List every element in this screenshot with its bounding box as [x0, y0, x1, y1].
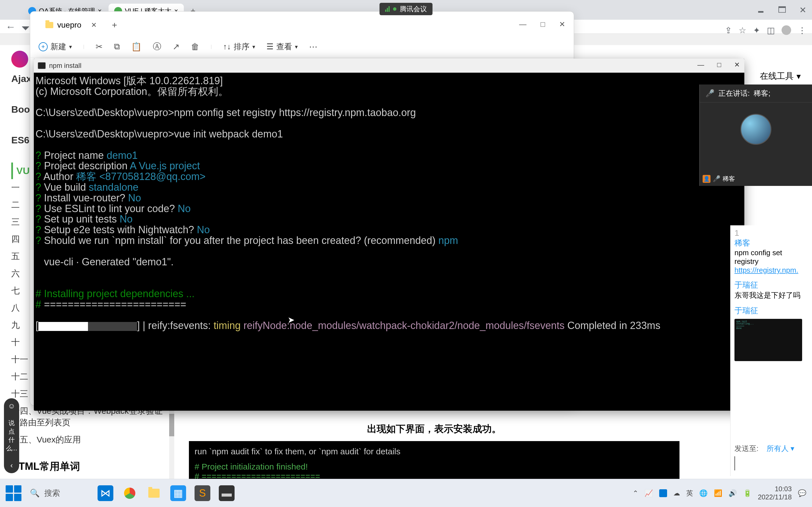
terminal-line: ? Use ESLint to lint your code? No — [36, 203, 743, 214]
terminal-line: ? Set up unit tests No — [36, 214, 743, 224]
battery-icon[interactable]: 🔋 — [743, 489, 752, 497]
terminal-window: npm install — □ ✕ Microsoft Windows [版本 … — [34, 59, 744, 411]
tencent-meeting-label: 腾讯会议 — [400, 4, 427, 13]
close-icon[interactable]: ✕ — [91, 21, 97, 29]
notifications-icon[interactable]: 💬 — [798, 489, 806, 497]
terminal-line: C:\Users\zed\Desktop\vuepro>npm config s… — [36, 107, 743, 118]
chat-link[interactable]: https://registry.npm. — [734, 266, 798, 274]
send-target: 所有人 — [767, 444, 789, 453]
paste-icon[interactable]: 📋 — [131, 42, 142, 52]
trend-icon[interactable]: 📈 — [645, 489, 653, 497]
new-tab-icon[interactable]: + — [112, 20, 117, 31]
volume-icon[interactable]: 🔊 — [728, 489, 737, 497]
mic-icon: 🎤 — [705, 89, 714, 98]
wifi-icon[interactable]: 📶 — [714, 489, 722, 497]
copy-icon[interactable]: ⧉ — [114, 42, 120, 52]
close-icon[interactable]: ✕ — [734, 61, 740, 69]
minimize-icon[interactable]: — — [519, 20, 526, 29]
view-button[interactable]: ☰ 查看 ▾ — [266, 41, 298, 52]
danmaku-widget[interactable]: ☺ 说点什么... ‹ — [4, 398, 19, 473]
chrome-icon[interactable] — [122, 485, 138, 501]
extensions-icon[interactable]: ✦ — [753, 25, 760, 35]
maximize-icon[interactable]: □ — [717, 61, 721, 69]
close-icon[interactable]: ✕ — [799, 5, 806, 15]
terminal-line — [36, 139, 743, 150]
onedrive-icon[interactable]: ☁ — [673, 489, 680, 497]
tab-dropdown-icon[interactable]: 🞃 — [21, 21, 31, 33]
terminal-line: # ======================== — [36, 299, 743, 310]
explorer-icon[interactable] — [146, 485, 162, 501]
sidepanel-icon[interactable]: ◫ — [767, 25, 775, 35]
sidebar-section-html[interactable]: HTML常用单词 — [11, 460, 163, 473]
plus-icon: + — [39, 42, 48, 51]
windows-taskbar: 🔍 搜索 ⋈ ▦ S ▬ ⌃ 📈 ☁ 英 🌐 📶 🔊 🔋 10:03 2022/… — [0, 479, 812, 507]
send-target-dropdown[interactable]: 所有人 ▾ — [767, 444, 794, 453]
widget-input[interactable]: 说点什么... — [6, 419, 17, 453]
terminal-line: ? Author 稀客 <877058128@qq.com> — [36, 171, 743, 182]
chat-panel: 1 稀客 npm config set registry https://reg… — [730, 225, 812, 476]
clock-time: 10:03 — [758, 485, 792, 493]
meeting-header: 🎤 正在讲话: 稀客; — [700, 84, 812, 103]
terminal-line: ? Vue build standalone — [36, 182, 743, 193]
chat-image-thumbnail[interactable]: npm initinstalling...======done — [734, 319, 802, 361]
terminal-body[interactable]: Microsoft Windows [版本 10.0.22621.819](c)… — [34, 73, 744, 411]
terminal-line: ? Setup e2e tests with Nightwatch? No — [36, 224, 743, 235]
minimize-icon[interactable]: 🗕 — [756, 5, 765, 15]
view-icon: ☰ — [266, 42, 273, 51]
tray-overflow-icon[interactable]: ⌃ — [633, 489, 638, 497]
more-icon[interactable]: ⋯ — [309, 42, 317, 52]
minimize-icon[interactable]: — — [698, 61, 704, 69]
back-icon[interactable]: ← — [6, 21, 16, 33]
bookmark-icon[interactable]: ☆ — [739, 25, 746, 35]
terminal-line — [36, 97, 743, 108]
emoji-icon[interactable]: ☺ — [8, 402, 15, 410]
cmd-icon — [38, 62, 46, 69]
explorer-titlebar[interactable]: vuepro ✕ + — □ ✕ — [30, 11, 574, 36]
terminal-icon[interactable]: ▬ — [219, 485, 235, 501]
search-label: 搜索 — [44, 488, 60, 499]
terminal-line: (c) Microsoft Corporation。保留所有权利。 — [36, 86, 743, 97]
delete-icon[interactable]: 🗑 — [191, 42, 199, 52]
online-tools-dropdown[interactable]: 在线工具 ▾ — [760, 70, 801, 82]
language-indicator[interactable]: 英 — [686, 489, 693, 498]
mic-icon: 🎤 — [713, 175, 720, 182]
taskbar-search[interactable]: 🔍 搜索 — [30, 488, 86, 499]
folder-icon — [45, 22, 53, 28]
sublime-icon[interactable]: S — [195, 485, 210, 501]
terminal-titlebar[interactable]: npm install — □ ✕ — [34, 59, 744, 73]
cut-icon[interactable]: ✂ — [96, 42, 103, 52]
maximize-icon[interactable]: □ — [541, 20, 545, 29]
share-icon[interactable]: ↗ — [172, 42, 180, 52]
user-badge-icon: 👤 — [703, 175, 711, 183]
chat-input[interactable] — [734, 456, 808, 470]
app-tray-icon[interactable] — [659, 489, 667, 497]
meeting-panel[interactable]: 🎤 正在讲话: 稀客; 👤 🎤 稀客 — [699, 84, 812, 186]
close-icon[interactable]: ✕ — [559, 20, 565, 29]
sort-button[interactable]: ↑↓ 排序 ▾ — [223, 41, 255, 52]
explorer-tab[interactable]: vuepro ✕ — [39, 17, 103, 33]
taskbar-apps: ⋈ ▦ S ▬ — [98, 485, 235, 501]
scroll-thumb[interactable] — [169, 414, 174, 436]
taskbar-clock[interactable]: 10:03 2022/11/18 — [758, 485, 792, 501]
clock-date: 2022/11/18 — [758, 493, 792, 501]
explorer-tab-title: vuepro — [57, 20, 82, 30]
chevron-down-icon: ▾ — [295, 43, 298, 50]
start-button[interactable] — [6, 485, 21, 501]
meeting-participant: 👤 🎤 稀客 — [703, 175, 735, 183]
terminal-line — [36, 278, 743, 288]
terminal-line — [36, 246, 743, 257]
vscode-icon[interactable]: ⋈ — [98, 485, 113, 501]
maximize-icon[interactable]: 🗖 — [778, 5, 786, 15]
input-method-icon[interactable]: 🌐 — [699, 489, 708, 497]
sidebar-item-15[interactable]: 十五、Vuex的应用 — [11, 431, 163, 448]
rename-icon[interactable]: Ⓐ — [153, 41, 161, 52]
signal-icon — [385, 6, 390, 12]
profile-icon[interactable] — [781, 25, 791, 35]
tencent-meeting-indicator[interactable]: 腾讯会议 — [379, 3, 433, 15]
chevron-left-icon[interactable]: ‹ — [10, 461, 13, 470]
chevron-down-icon: ▾ — [252, 43, 255, 50]
share-icon[interactable]: ⇪ — [725, 25, 732, 35]
tencent-meeting-icon[interactable]: ▦ — [170, 485, 186, 501]
menu-icon[interactable]: ⋮ — [798, 25, 806, 35]
new-button[interactable]: + 新建 ▾ — [39, 41, 72, 52]
